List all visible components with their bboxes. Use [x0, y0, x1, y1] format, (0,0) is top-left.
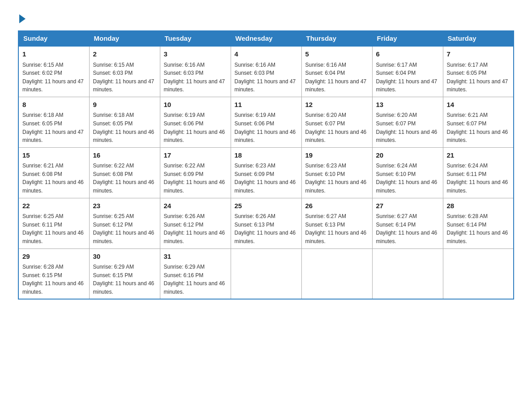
day-number: 23: [93, 201, 156, 211]
calendar-cell: 28Sunrise: 6:28 AMSunset: 6:14 PMDayligh…: [443, 198, 514, 248]
calendar-cell: 25Sunrise: 6:26 AMSunset: 6:13 PMDayligh…: [231, 198, 301, 248]
day-number: 10: [164, 100, 227, 110]
calendar-cell: 5Sunrise: 6:16 AMSunset: 6:04 PMDaylight…: [301, 46, 372, 97]
day-info: Sunrise: 6:15 AMSunset: 6:02 PMDaylight:…: [22, 61, 86, 94]
header-friday: Friday: [372, 31, 443, 47]
day-info: Sunrise: 6:25 AMSunset: 6:11 PMDaylight:…: [22, 212, 86, 245]
day-info: Sunrise: 6:27 AMSunset: 6:13 PMDaylight:…: [305, 212, 369, 245]
calendar-cell: 26Sunrise: 6:27 AMSunset: 6:13 PMDayligh…: [301, 198, 372, 248]
day-info: Sunrise: 6:21 AMSunset: 6:08 PMDaylight:…: [22, 162, 86, 195]
calendar-week-5: 29Sunrise: 6:28 AMSunset: 6:15 PMDayligh…: [18, 248, 514, 299]
day-info: Sunrise: 6:16 AMSunset: 6:03 PMDaylight:…: [164, 61, 227, 94]
day-info: Sunrise: 6:17 AMSunset: 6:04 PMDaylight:…: [376, 61, 439, 94]
day-info: Sunrise: 6:16 AMSunset: 6:03 PMDaylight:…: [235, 61, 298, 94]
calendar-cell: 4Sunrise: 6:16 AMSunset: 6:03 PMDaylight…: [231, 46, 301, 97]
day-number: 22: [22, 201, 86, 211]
day-info: Sunrise: 6:19 AMSunset: 6:06 PMDaylight:…: [235, 111, 298, 144]
day-number: 14: [447, 100, 510, 110]
calendar-cell: 15Sunrise: 6:21 AMSunset: 6:08 PMDayligh…: [18, 147, 89, 198]
day-info: Sunrise: 6:27 AMSunset: 6:14 PMDaylight:…: [376, 212, 439, 245]
day-info: Sunrise: 6:18 AMSunset: 6:05 PMDaylight:…: [93, 111, 156, 144]
header-saturday: Saturday: [443, 31, 514, 47]
logo-arrow-icon: [19, 14, 26, 23]
day-info: Sunrise: 6:21 AMSunset: 6:07 PMDaylight:…: [447, 111, 510, 144]
day-number: 15: [22, 150, 86, 161]
calendar-header-row: SundayMondayTuesdayWednesdayThursdayFrid…: [18, 31, 514, 47]
day-info: Sunrise: 6:26 AMSunset: 6:12 PMDaylight:…: [164, 212, 227, 245]
calendar-cell: 13Sunrise: 6:20 AMSunset: 6:07 PMDayligh…: [372, 97, 443, 147]
day-info: Sunrise: 6:18 AMSunset: 6:05 PMDaylight:…: [22, 111, 86, 144]
day-info: Sunrise: 6:23 AMSunset: 6:09 PMDaylight:…: [235, 162, 298, 195]
day-info: Sunrise: 6:20 AMSunset: 6:07 PMDaylight:…: [376, 111, 439, 144]
calendar-cell: 8Sunrise: 6:18 AMSunset: 6:05 PMDaylight…: [18, 97, 89, 147]
day-number: 6: [376, 49, 439, 60]
day-number: 1: [22, 49, 86, 60]
calendar-cell: 16Sunrise: 6:22 AMSunset: 6:08 PMDayligh…: [89, 147, 160, 198]
day-info: Sunrise: 6:22 AMSunset: 6:08 PMDaylight:…: [93, 162, 156, 195]
day-info: Sunrise: 6:19 AMSunset: 6:06 PMDaylight:…: [164, 111, 227, 144]
day-number: 8: [22, 100, 86, 110]
calendar-cell: 20Sunrise: 6:24 AMSunset: 6:10 PMDayligh…: [372, 147, 443, 198]
calendar-cell: 12Sunrise: 6:20 AMSunset: 6:07 PMDayligh…: [301, 97, 372, 147]
day-number: 12: [305, 100, 369, 110]
calendar-cell: [231, 248, 301, 299]
day-number: 19: [305, 150, 369, 161]
calendar-cell: 30Sunrise: 6:29 AMSunset: 6:15 PMDayligh…: [89, 248, 160, 299]
day-info: Sunrise: 6:26 AMSunset: 6:13 PMDaylight:…: [235, 212, 298, 245]
calendar-cell: 22Sunrise: 6:25 AMSunset: 6:11 PMDayligh…: [18, 198, 89, 248]
page-header: [18, 13, 514, 21]
day-info: Sunrise: 6:28 AMSunset: 6:15 PMDaylight:…: [22, 263, 86, 296]
calendar-cell: 1Sunrise: 6:15 AMSunset: 6:02 PMDaylight…: [18, 46, 89, 97]
calendar-cell: 3Sunrise: 6:16 AMSunset: 6:03 PMDaylight…: [160, 46, 231, 97]
day-number: 26: [305, 201, 369, 211]
day-number: 18: [235, 150, 298, 161]
calendar-week-2: 8Sunrise: 6:18 AMSunset: 6:05 PMDaylight…: [18, 97, 514, 147]
calendar-table: SundayMondayTuesdayWednesdayThursdayFrid…: [18, 30, 514, 300]
header-monday: Monday: [89, 31, 160, 47]
day-number: 29: [22, 252, 86, 262]
calendar-cell: 29Sunrise: 6:28 AMSunset: 6:15 PMDayligh…: [18, 248, 89, 299]
calendar-cell: 19Sunrise: 6:23 AMSunset: 6:10 PMDayligh…: [301, 147, 372, 198]
day-info: Sunrise: 6:15 AMSunset: 6:03 PMDaylight:…: [93, 61, 156, 94]
day-number: 5: [305, 49, 369, 60]
day-number: 17: [164, 150, 227, 161]
day-info: Sunrise: 6:17 AMSunset: 6:05 PMDaylight:…: [447, 61, 510, 94]
day-info: Sunrise: 6:29 AMSunset: 6:16 PMDaylight:…: [164, 263, 227, 296]
day-info: Sunrise: 6:23 AMSunset: 6:10 PMDaylight:…: [305, 162, 369, 195]
day-number: 2: [93, 49, 156, 60]
calendar-week-4: 22Sunrise: 6:25 AMSunset: 6:11 PMDayligh…: [18, 198, 514, 248]
calendar-cell: 2Sunrise: 6:15 AMSunset: 6:03 PMDaylight…: [89, 46, 160, 97]
day-number: 24: [164, 201, 227, 211]
logo: [18, 13, 26, 21]
calendar-cell: 21Sunrise: 6:24 AMSunset: 6:11 PMDayligh…: [443, 147, 514, 198]
calendar-cell: 27Sunrise: 6:27 AMSunset: 6:14 PMDayligh…: [372, 198, 443, 248]
day-number: 21: [447, 150, 510, 161]
day-number: 11: [235, 100, 298, 110]
calendar-cell: 17Sunrise: 6:22 AMSunset: 6:09 PMDayligh…: [160, 147, 231, 198]
day-number: 7: [447, 49, 510, 60]
calendar-cell: [301, 248, 372, 299]
calendar-week-3: 15Sunrise: 6:21 AMSunset: 6:08 PMDayligh…: [18, 147, 514, 198]
day-info: Sunrise: 6:28 AMSunset: 6:14 PMDaylight:…: [447, 212, 510, 245]
day-info: Sunrise: 6:20 AMSunset: 6:07 PMDaylight:…: [305, 111, 369, 144]
day-number: 30: [93, 252, 156, 262]
calendar-cell: 14Sunrise: 6:21 AMSunset: 6:07 PMDayligh…: [443, 97, 514, 147]
day-info: Sunrise: 6:29 AMSunset: 6:15 PMDaylight:…: [93, 263, 156, 296]
header-sunday: Sunday: [18, 31, 89, 47]
day-number: 9: [93, 100, 156, 110]
header-tuesday: Tuesday: [160, 31, 231, 47]
calendar-cell: 6Sunrise: 6:17 AMSunset: 6:04 PMDaylight…: [372, 46, 443, 97]
day-info: Sunrise: 6:22 AMSunset: 6:09 PMDaylight:…: [164, 162, 227, 195]
calendar-cell: 31Sunrise: 6:29 AMSunset: 6:16 PMDayligh…: [160, 248, 231, 299]
day-number: 4: [235, 49, 298, 60]
day-info: Sunrise: 6:24 AMSunset: 6:10 PMDaylight:…: [376, 162, 439, 195]
calendar-cell: 9Sunrise: 6:18 AMSunset: 6:05 PMDaylight…: [89, 97, 160, 147]
day-info: Sunrise: 6:24 AMSunset: 6:11 PMDaylight:…: [447, 162, 510, 195]
calendar-week-1: 1Sunrise: 6:15 AMSunset: 6:02 PMDaylight…: [18, 46, 514, 97]
calendar-cell: 24Sunrise: 6:26 AMSunset: 6:12 PMDayligh…: [160, 198, 231, 248]
day-number: 27: [376, 201, 439, 211]
header-wednesday: Wednesday: [231, 31, 301, 47]
calendar-cell: [372, 248, 443, 299]
day-number: 13: [376, 100, 439, 110]
calendar-cell: [443, 248, 514, 299]
